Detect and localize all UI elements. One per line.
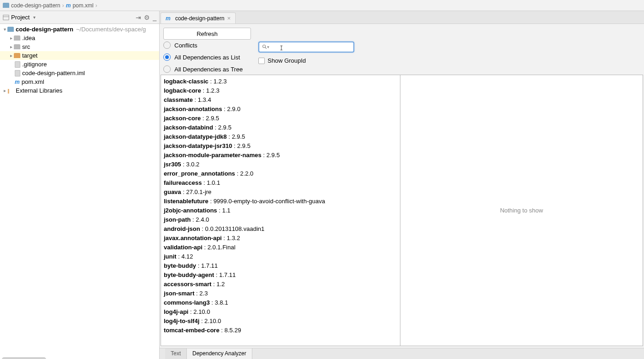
chevron-down-icon[interactable]: ▾ — [2, 27, 7, 32]
dependency-artifact: logback-classic — [164, 78, 209, 85]
dependency-row[interactable]: junit : 4.12 — [164, 252, 397, 261]
refresh-button[interactable]: Refresh — [163, 28, 251, 40]
tree-external-libraries[interactable]: ▸ ||| External Libraries — [0, 86, 159, 95]
dependency-row[interactable]: jackson-datatype-jsr310 : 2.9.5 — [164, 141, 397, 151]
chevron-right-icon[interactable]: ▸ — [8, 53, 14, 58]
search-input[interactable] — [271, 44, 351, 51]
dependency-row[interactable]: logback-classic : 1.2.3 — [164, 77, 397, 86]
editor-tab-label: code-design-pattern — [175, 15, 225, 22]
dependency-version: : 2.3 — [194, 290, 208, 297]
show-groupid-checkbox[interactable]: Show GroupId — [258, 57, 354, 64]
dependency-row[interactable]: guava : 27.0.1-jre — [164, 188, 397, 197]
tree-root[interactable]: ▾ code-design-pattern ~/Documents/dev-sp… — [0, 25, 159, 34]
dependency-row[interactable]: byte-buddy : 1.7.11 — [164, 261, 397, 271]
dependency-list-panel: logback-classic : 1.2.3logback-core : 1.… — [161, 75, 400, 346]
hide-icon[interactable]: ⎯ — [153, 14, 156, 21]
project-tree: ▾ code-design-pattern ~/Documents/dev-sp… — [0, 24, 159, 359]
dependency-artifact: listenablefuture — [164, 198, 209, 205]
dependency-row[interactable]: json-smart : 2.3 — [164, 289, 397, 298]
dependency-row[interactable]: accessors-smart : 1.2 — [164, 280, 397, 289]
dependency-row[interactable]: tomcat-embed-core : 8.5.29 — [164, 326, 397, 335]
project-panel-title[interactable]: Project — [11, 14, 30, 21]
dependency-version: : 2.9.0 — [222, 106, 240, 112]
chevron-right-icon[interactable]: ▸ — [8, 44, 14, 49]
dependency-artifact: byte-buddy — [164, 262, 196, 269]
dependency-artifact: jackson-module-parameter-names — [164, 152, 262, 159]
dependency-row[interactable]: jsr305 : 3.0.2 — [164, 160, 397, 169]
dependency-artifact: jackson-datatype-jsr310 — [164, 142, 232, 149]
tree-item-pom[interactable]: m pom.xml — [0, 77, 159, 86]
dependency-artifact: failureaccess — [164, 179, 202, 186]
dependency-row[interactable]: javax.annotation-api : 1.3.2 — [164, 234, 397, 243]
dependency-list[interactable]: logback-classic : 1.2.3logback-core : 1.… — [161, 75, 400, 346]
dependency-row[interactable]: error_prone_annotations : 2.2.0 — [164, 169, 397, 178]
dependency-row[interactable]: jackson-annotations : 2.9.0 — [164, 105, 397, 114]
close-icon[interactable]: × — [227, 15, 231, 22]
dependency-version: : 1.2 — [211, 281, 225, 288]
project-icon — [3, 14, 9, 21]
dependency-version: : 2.9.5 — [262, 152, 280, 159]
dependency-row[interactable]: json-path : 2.4.0 — [164, 215, 397, 224]
tab-dependency-analyzer[interactable]: Dependency Analyzer — [187, 348, 252, 359]
tree-item-iml[interactable]: code-design-pattern.iml — [0, 69, 159, 77]
radio-all-tree[interactable]: All Dependencies as Tree — [163, 65, 251, 73]
dependency-row[interactable]: classmate : 1.3.4 — [164, 95, 397, 105]
collapse-icon[interactable]: ⇥ — [136, 14, 141, 21]
maven-icon: m — [15, 79, 20, 85]
dependency-version: : 1.2.3 — [201, 87, 220, 94]
dependency-row[interactable]: log4j-to-slf4j : 2.10.0 — [164, 317, 397, 326]
dependency-row[interactable]: jackson-databind : 2.9.5 — [164, 123, 397, 132]
tree-item-src[interactable]: ▸ src — [0, 42, 159, 51]
library-icon: ||| — [7, 88, 14, 94]
dependency-row[interactable]: byte-buddy-agent : 1.7.11 — [164, 271, 397, 280]
search-input-wrapper[interactable]: ▾ — [258, 41, 354, 53]
folder-icon — [14, 35, 20, 41]
dependency-artifact: byte-buddy-agent — [164, 271, 214, 278]
dependency-artifact: jsr305 — [164, 161, 181, 168]
dependency-row[interactable]: log4j-api : 2.10.0 — [164, 307, 397, 317]
checkbox-icon — [258, 58, 265, 64]
dependency-version: : 3.0.2 — [181, 161, 200, 168]
chevron-right-icon[interactable]: ▸ — [8, 35, 14, 41]
tree-item-target[interactable]: ▸ target — [0, 51, 159, 60]
dependency-row[interactable]: jackson-datatype-jdk8 : 2.9.5 — [164, 132, 397, 141]
dependency-row[interactable]: validation-api : 2.0.1.Final — [164, 243, 397, 252]
maven-icon: m — [166, 15, 171, 22]
dependency-body: logback-classic : 1.2.3logback-core : 1.… — [160, 75, 644, 348]
tree-item-label: pom.xml — [22, 78, 44, 85]
radio-all-list[interactable]: All Dependencies as List — [163, 53, 251, 61]
dependency-row[interactable]: commons-lang3 : 3.8.1 — [164, 298, 397, 307]
search-dropdown-icon[interactable]: ▾ — [267, 45, 269, 49]
chevron-right-icon: › — [62, 2, 64, 9]
main-area: Project ▾ ⇥ ⚙ ⎯ ▾ code-design-pattern ~/… — [0, 11, 644, 359]
tree-item-gitignore[interactable]: .gitignore — [0, 60, 159, 69]
dependency-version: : 8.5.29 — [220, 327, 241, 334]
dependency-version: : 0.0.20131108.vaadin1 — [200, 225, 265, 232]
tree-item-idea[interactable]: ▸ .idea — [0, 34, 159, 42]
tab-text[interactable]: Text — [165, 348, 187, 359]
dependency-version: : 27.0.1-jre — [181, 188, 212, 195]
chevron-down-icon[interactable]: ▾ — [33, 15, 36, 20]
dependency-artifact: json-path — [164, 216, 191, 223]
gear-icon[interactable]: ⚙ — [144, 14, 150, 21]
dependency-version: : 2.10.0 — [199, 318, 221, 324]
editor-tab[interactable]: m code-design-pattern × — [161, 12, 236, 24]
dependency-row[interactable]: listenablefuture : 9999.0-empty-to-avoid… — [164, 197, 397, 206]
folder-icon — [3, 3, 9, 8]
dependency-row[interactable]: j2objc-annotations : 1.1 — [164, 206, 397, 215]
dependency-artifact: jackson-databind — [164, 124, 213, 131]
chevron-right-icon[interactable]: ▸ — [2, 88, 7, 93]
breadcrumb-file[interactable]: m pom.xml — [66, 2, 94, 9]
breadcrumb-root-label: code-design-pattern — [11, 2, 60, 9]
radio-conflicts[interactable]: Conflicts — [163, 41, 251, 49]
breadcrumb-root[interactable]: code-design-pattern — [3, 2, 60, 9]
project-panel: Project ▾ ⇥ ⚙ ⎯ ▾ code-design-pattern ~/… — [0, 11, 160, 359]
dependency-version: : 1.1 — [217, 207, 231, 214]
dependency-row[interactable]: jackson-module-parameter-names : 2.9.5 — [164, 151, 397, 160]
dependency-row[interactable]: logback-core : 1.2.3 — [164, 86, 397, 95]
radio-icon — [163, 53, 171, 61]
dependency-artifact: jackson-annotations — [164, 106, 222, 112]
dependency-row[interactable]: failureaccess : 1.0.1 — [164, 178, 397, 188]
dependency-row[interactable]: android-json : 0.0.20131108.vaadin1 — [164, 224, 397, 234]
dependency-row[interactable]: jackson-core : 2.9.5 — [164, 114, 397, 123]
